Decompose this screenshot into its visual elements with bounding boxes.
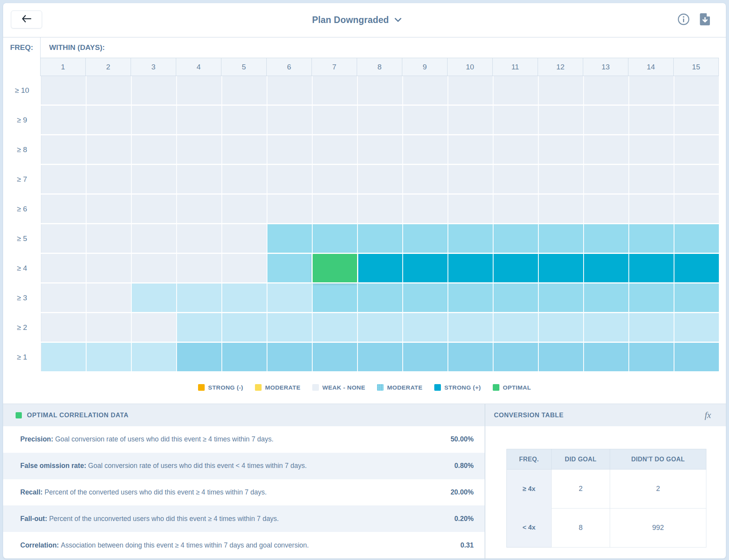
heatmap-cell[interactable] [267, 135, 312, 164]
heatmap-cell[interactable] [87, 106, 131, 134]
heatmap-cell[interactable] [267, 165, 312, 193]
heatmap-cell[interactable] [494, 195, 538, 223]
heatmap-cell[interactable] [629, 224, 674, 253]
heatmap-cell[interactable] [448, 195, 493, 223]
heatmap-cell[interactable] [539, 254, 583, 282]
download-icon[interactable] [700, 13, 710, 25]
heatmap-cell[interactable] [494, 254, 538, 282]
heatmap-cell[interactable] [222, 195, 267, 223]
heatmap-cell[interactable] [87, 343, 131, 371]
heatmap-cell[interactable] [177, 106, 221, 134]
heatmap-cell[interactable] [313, 224, 357, 253]
optimal-selected-cell[interactable] [313, 254, 357, 282]
heatmap-cell[interactable] [448, 254, 493, 282]
heatmap-cell[interactable] [41, 76, 86, 105]
heatmap-cell[interactable] [358, 284, 402, 312]
heatmap-cell[interactable] [358, 313, 402, 342]
heatmap-cell[interactable] [313, 76, 357, 105]
heatmap-cell[interactable] [41, 284, 86, 312]
heatmap-cell[interactable] [222, 343, 267, 371]
heatmap-cell[interactable] [494, 224, 538, 253]
heatmap-cell[interactable] [494, 343, 538, 371]
heatmap-cell[interactable] [494, 313, 538, 342]
heatmap-cell[interactable] [494, 165, 538, 193]
heatmap-cell[interactable] [358, 224, 402, 253]
heatmap-cell[interactable] [41, 254, 86, 282]
heatmap-cell[interactable] [403, 76, 448, 105]
heatmap-cell[interactable] [358, 343, 402, 371]
heatmap-cell[interactable] [494, 106, 538, 134]
heatmap-cell[interactable] [674, 284, 719, 312]
heatmap-cell[interactable] [41, 313, 86, 342]
heatmap-cell[interactable] [674, 313, 719, 342]
heatmap-cell[interactable] [313, 106, 357, 134]
heatmap-cell[interactable] [358, 195, 402, 223]
heatmap-cell[interactable] [132, 76, 176, 105]
heatmap-cell[interactable] [313, 284, 357, 312]
heatmap-cell[interactable] [403, 313, 448, 342]
heatmap-cell[interactable] [177, 343, 221, 371]
heatmap-cell[interactable] [313, 195, 357, 223]
heatmap-cell[interactable] [87, 165, 131, 193]
heatmap-cell[interactable] [674, 254, 719, 282]
heatmap-cell[interactable] [177, 224, 221, 253]
heatmap-cell[interactable] [87, 224, 131, 253]
heatmap-cell[interactable] [629, 313, 674, 342]
heatmap-cell[interactable] [403, 224, 448, 253]
heatmap-cell[interactable] [674, 106, 719, 134]
heatmap-cell[interactable] [584, 224, 628, 253]
heatmap-cell[interactable] [132, 284, 176, 312]
heatmap-cell[interactable] [629, 135, 674, 164]
heatmap-cell[interactable] [403, 106, 448, 134]
heatmap-cell[interactable] [494, 135, 538, 164]
heatmap-cell[interactable] [177, 165, 221, 193]
event-dropdown[interactable]: Plan Downgraded [312, 15, 401, 25]
heatmap-cell[interactable] [132, 224, 176, 253]
heatmap-cell[interactable] [629, 76, 674, 105]
heatmap-cell[interactable] [41, 343, 86, 371]
heatmap-cell[interactable] [177, 313, 221, 342]
heatmap-cell[interactable] [87, 313, 131, 342]
heatmap-cell[interactable] [403, 135, 448, 164]
heatmap-cell[interactable] [584, 284, 628, 312]
heatmap-cell[interactable] [358, 106, 402, 134]
heatmap-cell[interactable] [222, 224, 267, 253]
heatmap-cell[interactable] [584, 195, 628, 223]
heatmap-cell[interactable] [267, 284, 312, 312]
heatmap-cell[interactable] [403, 343, 448, 371]
heatmap-cell[interactable] [539, 165, 583, 193]
heatmap-cell[interactable] [629, 343, 674, 371]
heatmap-cell[interactable] [539, 135, 583, 164]
heatmap-cell[interactable] [222, 284, 267, 312]
heatmap-cell[interactable] [539, 224, 583, 253]
heatmap-cell[interactable] [358, 135, 402, 164]
heatmap-cell[interactable] [313, 313, 357, 342]
heatmap-cell[interactable] [87, 195, 131, 223]
heatmap-cell[interactable] [267, 76, 312, 105]
heatmap-cell[interactable] [448, 76, 493, 105]
heatmap-cell[interactable] [358, 254, 402, 282]
heatmap-cell[interactable] [177, 76, 221, 105]
fx-formula-icon[interactable]: fx [704, 410, 711, 420]
heatmap-cell[interactable] [313, 165, 357, 193]
heatmap-cell[interactable] [494, 284, 538, 312]
heatmap-cell[interactable] [629, 165, 674, 193]
heatmap-cell[interactable] [403, 165, 448, 193]
heatmap-cell[interactable] [448, 135, 493, 164]
heatmap-cell[interactable] [539, 284, 583, 312]
heatmap-cell[interactable] [132, 195, 176, 223]
heatmap-cell[interactable] [87, 76, 131, 105]
heatmap-cell[interactable] [448, 313, 493, 342]
heatmap-cell[interactable] [222, 165, 267, 193]
heatmap-cell[interactable] [267, 254, 312, 282]
info-icon[interactable] [678, 13, 690, 25]
heatmap-cell[interactable] [267, 343, 312, 371]
heatmap-cell[interactable] [584, 343, 628, 371]
heatmap-cell[interactable] [448, 284, 493, 312]
heatmap-cell[interactable] [87, 254, 131, 282]
heatmap-cell[interactable] [358, 165, 402, 193]
heatmap-cell[interactable] [313, 343, 357, 371]
heatmap-cell[interactable] [41, 135, 86, 164]
heatmap-cell[interactable] [629, 254, 674, 282]
heatmap-cell[interactable] [267, 224, 312, 253]
